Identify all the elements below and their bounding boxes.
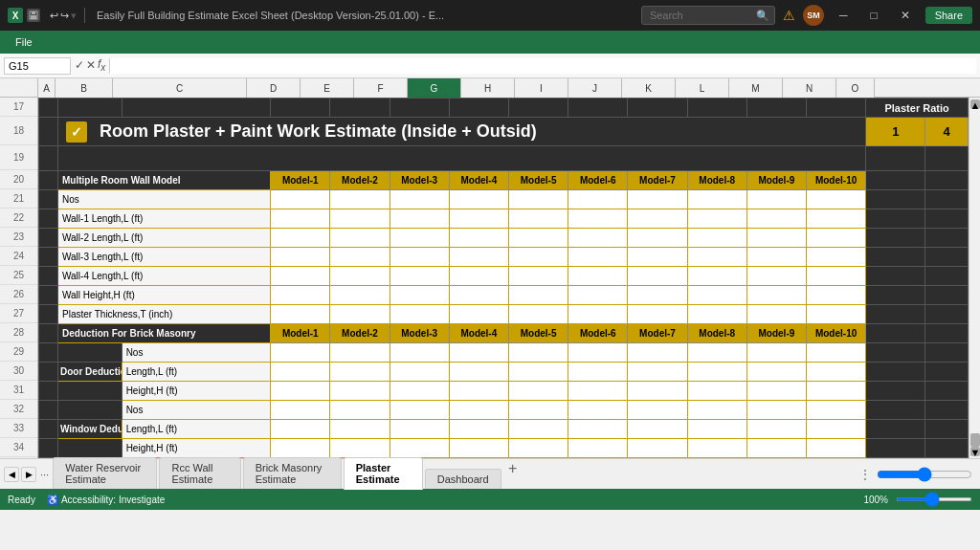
cell-j26[interactable] (628, 286, 687, 305)
cell-g24[interactable] (449, 248, 508, 267)
cell-e24[interactable] (330, 248, 390, 267)
cell-l26[interactable] (746, 286, 806, 305)
cell-j33[interactable] (628, 420, 687, 439)
cell-d21[interactable] (271, 190, 330, 209)
table-scroll[interactable]: Plaster Ratio ✓ Room Plaster + Paint Wor… (38, 98, 969, 458)
cell-i33[interactable] (568, 420, 628, 439)
cell-l21[interactable] (746, 190, 806, 209)
cell-g27[interactable] (449, 305, 508, 324)
cell-d31[interactable] (271, 382, 330, 401)
redo-btn[interactable]: ↪ (60, 10, 69, 22)
cell-g34[interactable] (449, 439, 508, 458)
cell-i31[interactable] (568, 382, 628, 401)
cell-l23[interactable] (746, 229, 806, 248)
cell-e22[interactable] (330, 209, 390, 229)
cell-m24[interactable] (807, 248, 866, 267)
tab-water-reservoir[interactable]: Water Reservoir Estimate (53, 457, 157, 489)
cell-l25[interactable] (746, 267, 806, 286)
cell-j27[interactable] (628, 305, 687, 324)
cell-g32[interactable] (449, 401, 508, 420)
file-menu[interactable]: File (8, 34, 40, 50)
cell-l31[interactable] (746, 382, 806, 401)
cell-e21[interactable] (330, 190, 390, 209)
cell-i21[interactable] (568, 190, 628, 209)
cell-d30[interactable] (271, 363, 330, 382)
cell-d23[interactable] (271, 229, 330, 248)
cell-f29[interactable] (390, 343, 449, 363)
cell-e25[interactable] (330, 267, 390, 286)
cell-m31[interactable] (807, 382, 866, 401)
cell-f25[interactable] (390, 267, 449, 286)
cell-g26[interactable] (449, 286, 508, 305)
maximize-button[interactable]: □ (862, 7, 884, 24)
cell-h25[interactable] (508, 267, 568, 286)
save-icon[interactable] (27, 9, 40, 22)
tab-options-btn[interactable]: ⋮ (859, 468, 871, 481)
cell-h23[interactable] (508, 229, 568, 248)
cell-i24[interactable] (568, 248, 628, 267)
tab-scroll-left[interactable]: ◀ (4, 467, 19, 482)
cell-h33[interactable] (508, 420, 568, 439)
cell-i34[interactable] (568, 439, 628, 458)
cell-g22[interactable] (449, 209, 508, 229)
cell-g29[interactable] (449, 343, 508, 363)
cell-e27[interactable] (330, 305, 390, 324)
tab-more-btn[interactable]: ··· (40, 469, 49, 480)
cell-j21[interactable] (628, 190, 687, 209)
tab-plaster-estimate[interactable]: Plaster Estimate (344, 457, 423, 490)
cell-l29[interactable] (746, 343, 806, 363)
cell-i26[interactable] (568, 286, 628, 305)
new-tab-button[interactable]: + (503, 459, 523, 478)
cell-e34[interactable] (330, 439, 390, 458)
cell-h24[interactable] (508, 248, 568, 267)
formula-check[interactable]: ✓ (75, 58, 84, 72)
cell-d33[interactable] (271, 420, 330, 439)
cell-l27[interactable] (746, 305, 806, 324)
cell-e29[interactable] (330, 343, 390, 363)
cell-k32[interactable] (687, 401, 746, 420)
cell-f23[interactable] (390, 229, 449, 248)
cell-i30[interactable] (568, 363, 628, 382)
cell-k24[interactable] (687, 248, 746, 267)
cell-m26[interactable] (807, 286, 866, 305)
cell-l33[interactable] (746, 420, 806, 439)
cell-i23[interactable] (568, 229, 628, 248)
cell-f34[interactable] (390, 439, 449, 458)
cell-h30[interactable] (508, 363, 568, 382)
cell-e30[interactable] (330, 363, 390, 382)
cell-l30[interactable] (746, 363, 806, 382)
cell-k34[interactable] (687, 439, 746, 458)
cell-h32[interactable] (508, 401, 568, 420)
cell-k23[interactable] (687, 229, 746, 248)
search-input[interactable] (641, 6, 775, 25)
cell-f26[interactable] (390, 286, 449, 305)
cell-h34[interactable] (508, 439, 568, 458)
cell-h21[interactable] (508, 190, 568, 209)
cell-f32[interactable] (390, 401, 449, 420)
cell-h27[interactable] (508, 305, 568, 324)
cell-e33[interactable] (330, 420, 390, 439)
vertical-scrollbar[interactable]: ▲ ▼ (969, 98, 980, 458)
cell-m34[interactable] (807, 439, 866, 458)
cell-k25[interactable] (687, 267, 746, 286)
cell-g25[interactable] (449, 267, 508, 286)
cell-j29[interactable] (628, 343, 687, 363)
cell-m23[interactable] (807, 229, 866, 248)
cell-m32[interactable] (807, 401, 866, 420)
cell-f24[interactable] (390, 248, 449, 267)
cell-h22[interactable] (508, 209, 568, 229)
cell-d34[interactable] (271, 439, 330, 458)
cell-k22[interactable] (687, 209, 746, 229)
cell-i22[interactable] (568, 209, 628, 229)
cell-e32[interactable] (330, 401, 390, 420)
cell-i32[interactable] (568, 401, 628, 420)
cell-i27[interactable] (568, 305, 628, 324)
tab-brick-masonry[interactable]: Brick Masonry Estimate (243, 457, 342, 489)
cell-k30[interactable] (687, 363, 746, 382)
cell-k26[interactable] (687, 286, 746, 305)
cell-j23[interactable] (628, 229, 687, 248)
cell-j32[interactable] (628, 401, 687, 420)
formula-input[interactable] (109, 58, 976, 74)
cell-m29[interactable] (807, 343, 866, 363)
tab-dashboard[interactable]: Dashboard (425, 469, 501, 489)
